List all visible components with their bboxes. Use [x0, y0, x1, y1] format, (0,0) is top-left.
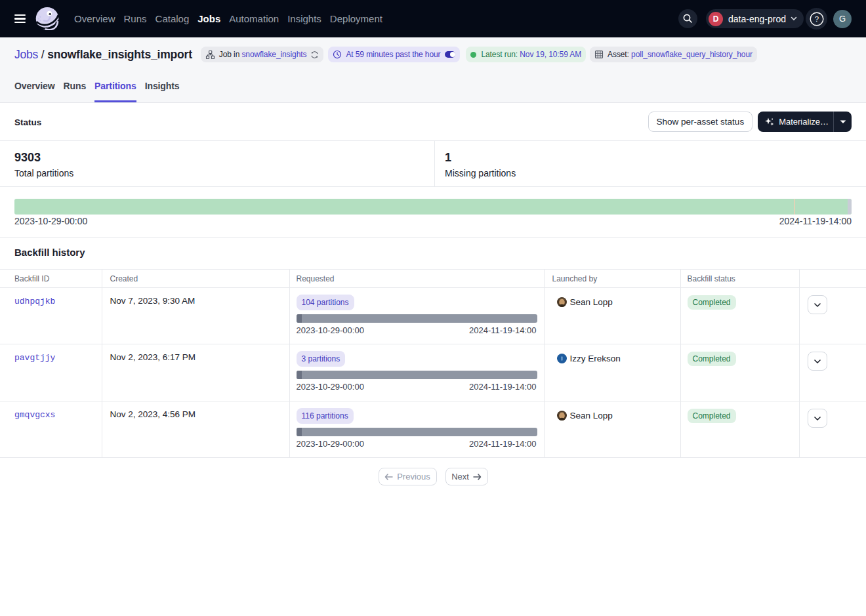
svg-text:?: ?	[814, 15, 818, 23]
